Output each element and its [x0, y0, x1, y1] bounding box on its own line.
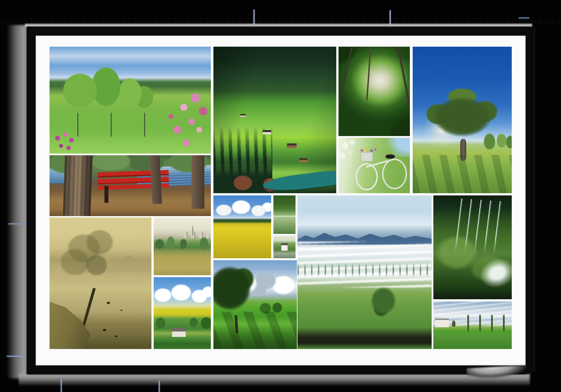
leaning-tree — [52, 225, 129, 302]
glitch-artifact — [61, 379, 62, 392]
photo-collage — [50, 47, 512, 349]
bicycle-seat — [386, 154, 395, 159]
photo-meadow-cottage-pond — [273, 236, 296, 258]
glitch-artifact — [159, 381, 160, 392]
foreground-tree — [365, 281, 402, 324]
farmhouse — [435, 318, 449, 327]
tree-rows — [297, 263, 432, 277]
photo-bicycle-flower-basket — [339, 138, 410, 193]
photo-mossy-waterfall — [433, 195, 512, 299]
photo-yellow-hills-farmhouse — [154, 277, 211, 349]
tree-trunk — [192, 155, 205, 209]
waterfall-streams — [453, 198, 503, 255]
farmhouse — [263, 130, 271, 134]
photo-red-bench-lakeside — [50, 155, 211, 216]
cumulus-clouds — [154, 284, 211, 306]
photo-park-tree-meadow — [213, 260, 297, 349]
glitch-artifact — [7, 356, 23, 357]
distant-trees — [480, 130, 512, 149]
water-highlight — [273, 216, 296, 217]
photo-poplar-row-farm — [433, 301, 512, 349]
tree-row — [154, 236, 211, 250]
photo-forest-lake-reflection — [273, 195, 296, 234]
backdrop-top-band — [0, 18, 561, 24]
farmhouse — [299, 158, 307, 162]
sky-patch — [386, 138, 410, 157]
photo-field-distant-church — [154, 217, 211, 275]
photo-lone-tree-sunburst — [413, 47, 512, 193]
frame-glow-top — [25, 24, 532, 27]
photo-rapeseed-field-clouds — [213, 195, 271, 258]
photo-alpine-valley-village — [213, 47, 336, 193]
poplar-row — [462, 314, 510, 332]
farmhouse — [172, 328, 186, 337]
meadow-shadows — [213, 312, 297, 349]
hill-trees — [154, 316, 211, 329]
frame-shadow-bottom — [19, 374, 530, 386]
magnolia-blossoms — [146, 87, 211, 154]
farmhouse — [287, 143, 297, 148]
mockup-scene — [0, 0, 561, 392]
cottage — [281, 245, 288, 251]
tree-trunk — [63, 155, 93, 216]
mossy-bank — [50, 302, 107, 349]
photo-misty-valley-morning — [297, 195, 432, 349]
swimming-ducks — [107, 302, 110, 304]
small-tree — [452, 320, 455, 327]
cumulus-clouds — [213, 199, 271, 219]
tulip-cluster — [51, 128, 80, 154]
photo-forest-canopy-skyward — [339, 47, 410, 136]
bicycle-wheel — [382, 159, 407, 189]
photo-spring-meadow-magnolia — [50, 47, 211, 154]
grass-shadows — [413, 155, 512, 193]
basket-flowers — [357, 145, 379, 155]
frame-shadow-left — [7, 25, 27, 378]
glitch-artifact — [254, 10, 254, 26]
stream-foam — [469, 251, 512, 298]
farmhouse — [240, 114, 246, 117]
photo-golden-lake-ducks — [50, 217, 151, 349]
glitch-artifact — [390, 10, 391, 26]
glitch-artifact — [519, 18, 529, 18]
glitch-artifact — [8, 223, 26, 224]
